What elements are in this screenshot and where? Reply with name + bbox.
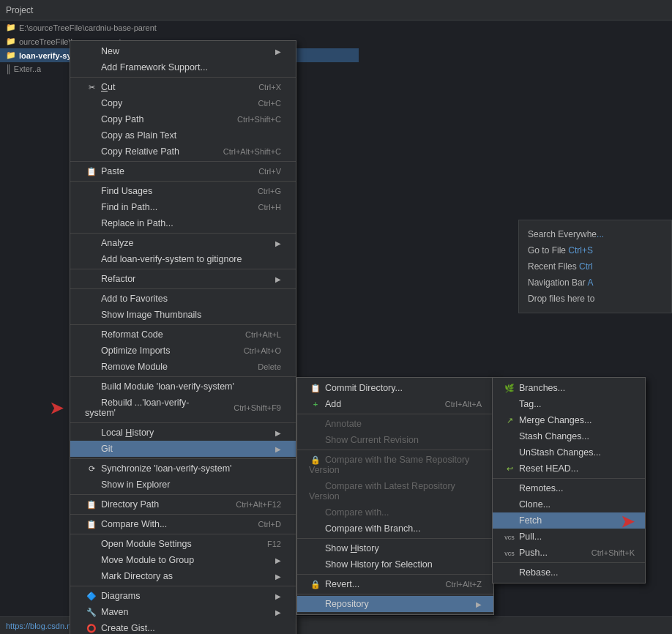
separator (70, 324, 296, 325)
separator (297, 414, 493, 414)
menu-stash[interactable]: Stash Changes... (493, 428, 645, 444)
menu-paste[interactable]: 📋Paste Ctrl+V (70, 163, 296, 179)
menu-add-favorites[interactable]: Add to Favorites (70, 291, 296, 307)
menu-refactor[interactable]: Refactor ▶ (70, 271, 296, 287)
arrow-icon: ▶ (275, 608, 281, 616)
folder-icon: 📁 (6, 37, 16, 46)
menu-compare-with[interactable]: 📋Compare With... Ctrl+D (70, 516, 296, 532)
menu-move-module[interactable]: Move Module to Group ▶ (70, 552, 296, 568)
hint-search: Search Everywhe... (519, 226, 671, 242)
arrow-icon: ▶ (275, 429, 281, 437)
menu-find-usages[interactable]: Find Usages Ctrl+G (70, 183, 296, 199)
menu-reset-head[interactable]: ↩Reset HEAD... (493, 460, 645, 477)
menu-synchronize[interactable]: ⟳Synchronize 'loan-verify-system' (70, 460, 296, 477)
menu-optimize[interactable]: Optimize Imports Ctrl+Alt+O (70, 343, 296, 359)
menu-remotes[interactable]: Remotes... (493, 480, 645, 496)
menu-local-history[interactable]: Local History ▶ (70, 425, 296, 441)
menu-push[interactable]: vcsPush... Ctrl+Shift+K (493, 545, 645, 561)
separator (297, 574, 493, 575)
main-context-menu: New ▶ Add Framework Support... ✂Cut Ctrl… (70, 40, 296, 634)
menu-git[interactable]: Git ▶ (70, 441, 296, 457)
menu-directory-path[interactable]: 📋Directory Path Ctrl+Alt+F12 (70, 496, 296, 512)
menu-add[interactable]: +Add Ctrl+Alt+A (297, 396, 493, 412)
menu-revert[interactable]: 🔒Revert... Ctrl+Alt+Z (297, 576, 493, 592)
menu-rebase[interactable]: Rebase... (493, 564, 645, 581)
separator (493, 562, 645, 563)
hint-nav: Navigation Bar A (519, 275, 671, 291)
arrow-icon: ▶ (275, 239, 281, 247)
menu-show-thumbnails[interactable]: Show Image Thumbnails (70, 307, 296, 323)
separator (70, 288, 296, 289)
arrow-icon: ▶ (275, 556, 281, 564)
menu-mark-directory[interactable]: Mark Directory as ▶ (70, 568, 296, 584)
separator (297, 538, 493, 539)
branches-submenu: 🌿Branches... Tag... ↗Merge Changes... St… (492, 377, 646, 583)
project-title: Project (6, 5, 33, 15)
menu-fetch[interactable]: Fetch (493, 512, 645, 529)
separator (70, 514, 296, 515)
separator (297, 594, 493, 594)
menu-commit[interactable]: 📋Commit Directory... (297, 380, 493, 396)
separator (70, 494, 296, 495)
separator (70, 376, 296, 377)
separator (70, 422, 296, 423)
tree-item-label: ║ Exter..a (6, 64, 41, 73)
menu-new[interactable]: New ▶ (70, 43, 296, 59)
arrow-icon: ▶ (275, 48, 281, 56)
hint-drop: Drop files here to (519, 291, 671, 307)
menu-add-framework[interactable]: Add Framework Support... (70, 59, 296, 75)
menu-rebuild[interactable]: Rebuild ...'loan-verify-system' Ctrl+Shi… (70, 395, 296, 421)
menu-add-gitignore[interactable]: Add loan-verify-system to gitignore (70, 251, 296, 267)
git-submenu: 📋Commit Directory... +Add Ctrl+Alt+A Ann… (296, 377, 494, 615)
menu-tag[interactable]: Tag... (493, 396, 645, 412)
separator (70, 181, 296, 182)
tree-item-label: E:\sourceTreeFile\cardniu-base-parent (19, 23, 157, 32)
menu-show-history[interactable]: Show History (297, 540, 493, 556)
arrow-icon: ▶ (275, 592, 281, 600)
tree-item[interactable]: 📁 E:\sourceTreeFile\cardniu-base-parent (0, 20, 359, 34)
menu-create-gist[interactable]: ⭕Create Gist... (70, 620, 296, 634)
menu-show-current: Show Current Revision (297, 432, 493, 448)
menu-analyze[interactable]: Analyze ▶ (70, 235, 296, 251)
separator (70, 458, 296, 459)
menu-cut[interactable]: ✂Cut Ctrl+X (70, 79, 296, 95)
menu-copy-plain[interactable]: Copy as Plain Text (70, 127, 296, 143)
arrow-icon: ▶ (476, 600, 482, 608)
menu-maven[interactable]: 🔧Maven ▶ (70, 604, 296, 620)
separator (70, 161, 296, 162)
menu-show-history-sel[interactable]: Show History for Selection (297, 556, 493, 573)
menu-pull[interactable]: vcsPull... (493, 529, 645, 545)
menu-unstash[interactable]: UnStash Changes... (493, 444, 645, 460)
arrow-icon: ▶ (275, 573, 281, 581)
menu-branches[interactable]: 🌿Branches... (493, 380, 645, 396)
menu-annotate: Annotate (297, 416, 493, 432)
folder-icon: 📁 (6, 51, 16, 60)
arrow-icon: ▶ (275, 275, 281, 283)
menu-copy-relative[interactable]: Copy Relative Path Ctrl+Alt+Shift+C (70, 143, 296, 160)
menu-remove-module[interactable]: Remove Module Delete (70, 359, 296, 375)
menu-copy-path[interactable]: Copy Path Ctrl+Shift+C (70, 111, 296, 127)
menu-open-module[interactable]: Open Module Settings F12 (70, 536, 296, 552)
arrow-icon: ▶ (275, 445, 281, 453)
separator (70, 233, 296, 234)
menu-diagrams[interactable]: 🔷Diagrams ▶ (70, 588, 296, 604)
menu-clone[interactable]: Clone... (493, 496, 645, 512)
folder-icon: 📁 (6, 23, 16, 32)
menu-repository[interactable]: Repository ▶ (297, 596, 493, 612)
menu-replace-path[interactable]: Replace in Path... (70, 215, 296, 231)
menu-find-path[interactable]: Find in Path... Ctrl+H (70, 199, 296, 215)
separator (70, 586, 296, 586)
top-bar: Project (0, 0, 672, 20)
menu-compare-same: 🔒Compare with the Same Repository Versio… (297, 452, 493, 478)
separator (297, 450, 493, 450)
separator (70, 77, 296, 78)
separator (70, 534, 296, 534)
menu-compare-branch[interactable]: Compare with Branch... (297, 521, 493, 537)
menu-build[interactable]: Build Module 'loan-verify-system' (70, 378, 296, 395)
menu-reformat[interactable]: Reformat Code Ctrl+Alt+L (70, 327, 296, 343)
menu-merge-changes[interactable]: ↗Merge Changes... (493, 412, 645, 428)
menu-copy[interactable]: Copy Ctrl+C (70, 95, 296, 111)
menu-show-explorer[interactable]: Show in Explorer (70, 477, 296, 493)
hint-recent: Recent Files Ctrl (519, 258, 671, 275)
menu-compare-with2: Compare with... (297, 504, 493, 521)
